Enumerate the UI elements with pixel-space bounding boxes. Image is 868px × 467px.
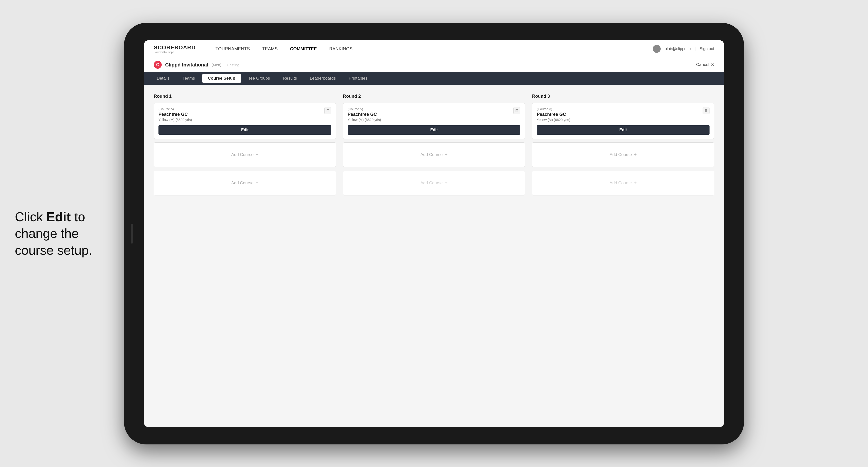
round-1-course-name: Peachtree GC <box>158 112 324 117</box>
round-3-column: Round 3 (Course A) Peachtree GC Yellow (… <box>532 94 714 199</box>
round-3-delete-button[interactable]: 🗑 <box>703 107 710 114</box>
round-3-edit-button[interactable]: Edit <box>537 125 710 135</box>
tournament-name: Clippd Invitational <box>165 62 208 68</box>
round-1-edit-button[interactable]: Edit <box>158 125 331 135</box>
tab-nav: Details Teams Course Setup Tee Groups Re… <box>144 72 724 85</box>
top-nav: SCOREBOARD Powered by clippd TOURNAMENTS… <box>144 40 724 58</box>
top-nav-right: blair@clippd.io | Sign out <box>653 45 714 53</box>
add-course-label-1: Add Course + <box>231 152 258 157</box>
add-course-text-3: Add Course <box>421 152 443 157</box>
add-course-text-4: Add Course <box>421 181 443 186</box>
card-header-row: (Course A) Peachtree GC Yellow (M) (6629… <box>158 107 331 125</box>
user-avatar <box>653 45 661 53</box>
main-content: Round 1 (Course A) Peachtree GC Yellow (… <box>144 85 724 427</box>
tablet-screen: SCOREBOARD Powered by clippd TOURNAMENTS… <box>144 40 724 427</box>
plus-icon-3: + <box>445 152 447 157</box>
round-1-label: Round 1 <box>154 94 336 99</box>
user-email: blair@clippd.io <box>664 46 691 51</box>
round-1-add-course-2[interactable]: Add Course + <box>154 170 336 195</box>
plus-icon-1: + <box>255 152 258 157</box>
add-course-text-6: Add Course <box>610 181 632 186</box>
instruction-prefix: Click <box>15 209 46 224</box>
add-course-label-2: Add Course + <box>231 180 258 186</box>
nav-separator: | <box>695 46 695 51</box>
nav-rankings[interactable]: RANKINGS <box>329 46 353 52</box>
tab-details[interactable]: Details <box>151 74 175 83</box>
round-2-add-course-2: Add Course + <box>343 170 525 195</box>
round-2-delete-button[interactable]: 🗑 <box>514 107 520 114</box>
card-info: (Course A) Peachtree GC Yellow (M) (6629… <box>158 107 324 125</box>
add-course-text-2: Add Course <box>231 181 254 186</box>
trash-icon-2: 🗑 <box>515 108 519 113</box>
round-2-column: Round 2 (Course A) Peachtree GC Yellow (… <box>343 94 525 199</box>
tournament-bar: C Clippd Invitational (Men) Hosting Canc… <box>144 58 724 72</box>
nav-committee[interactable]: COMMITTEE <box>290 46 317 52</box>
cancel-label: Cancel <box>696 62 709 67</box>
round-3-course-details: Yellow (M) (6629 yds) <box>537 118 703 122</box>
tournament-title-area: C Clippd Invitational (Men) Hosting <box>154 61 239 69</box>
tab-course-setup[interactable]: Course Setup <box>203 74 241 83</box>
add-course-label-5: Add Course + <box>610 152 637 157</box>
round-3-label: Round 3 <box>532 94 714 99</box>
round-2-label: Round 2 <box>343 94 525 99</box>
add-course-text-1: Add Course <box>231 152 254 157</box>
tab-results[interactable]: Results <box>277 74 302 83</box>
card-header-row-2: (Course A) Peachtree GC Yellow (M) (6629… <box>348 107 521 125</box>
round-1-add-course-1[interactable]: Add Course + <box>154 142 336 167</box>
plus-icon-2: + <box>255 180 258 186</box>
tab-leaderboards[interactable]: Leaderboards <box>304 74 341 83</box>
tab-printables[interactable]: Printables <box>343 74 373 83</box>
card-header-row-3: (Course A) Peachtree GC Yellow (M) (6629… <box>537 107 710 125</box>
cancel-button[interactable]: Cancel ✕ <box>696 62 714 67</box>
nav-teams[interactable]: TEAMS <box>262 46 278 52</box>
round-2-course-tag: (Course A) <box>348 107 514 111</box>
round-2-edit-button[interactable]: Edit <box>348 125 521 135</box>
card-info-3: (Course A) Peachtree GC Yellow (M) (6629… <box>537 107 703 125</box>
round-2-course-details: Yellow (M) (6629 yds) <box>348 118 514 122</box>
tab-teams[interactable]: Teams <box>177 74 200 83</box>
nav-tournaments[interactable]: TOURNAMENTS <box>216 46 250 52</box>
tournament-gender: (Men) <box>212 63 221 67</box>
add-course-text-5: Add Course <box>610 152 632 157</box>
round-3-add-course-2: Add Course + <box>532 170 714 195</box>
round-3-add-course-1[interactable]: Add Course + <box>532 142 714 167</box>
add-course-label-6: Add Course + <box>610 180 637 186</box>
round-1-column: Round 1 (Course A) Peachtree GC Yellow (… <box>154 94 336 199</box>
rounds-grid: Round 1 (Course A) Peachtree GC Yellow (… <box>154 94 714 199</box>
round-3-course-tag: (Course A) <box>537 107 703 111</box>
scoreboard-logo: SCOREBOARD Powered by clippd <box>154 44 196 54</box>
tablet-shell: SCOREBOARD Powered by clippd TOURNAMENTS… <box>124 23 744 444</box>
tab-tee-groups[interactable]: Tee Groups <box>243 74 276 83</box>
trash-icon: 🗑 <box>326 108 330 113</box>
sign-out-link[interactable]: Sign out <box>700 46 714 51</box>
round-2-add-course-1[interactable]: Add Course + <box>343 142 525 167</box>
round-1-course-details: Yellow (M) (6629 yds) <box>158 118 324 122</box>
logo-main: SCOREBOARD <box>154 44 196 51</box>
clippd-icon: C <box>154 61 162 69</box>
card-info-2: (Course A) Peachtree GC Yellow (M) (6629… <box>348 107 514 125</box>
round-2-course-card: (Course A) Peachtree GC Yellow (M) (6629… <box>343 103 525 139</box>
round-1-delete-button[interactable]: 🗑 <box>324 107 331 114</box>
plus-icon-5: + <box>634 152 637 157</box>
trash-icon-3: 🗑 <box>704 108 708 113</box>
round-3-course-name: Peachtree GC <box>537 112 703 117</box>
round-1-course-tag: (Course A) <box>158 107 324 111</box>
add-course-label-3: Add Course + <box>421 152 447 157</box>
instruction-bold: Edit <box>46 209 71 224</box>
add-course-label-4: Add Course + <box>421 180 447 186</box>
round-2-course-name: Peachtree GC <box>348 112 514 117</box>
logo-sub: Powered by clippd <box>154 51 196 54</box>
cancel-x-icon: ✕ <box>711 62 714 67</box>
hosting-badge: Hosting <box>227 63 240 67</box>
round-1-course-card: (Course A) Peachtree GC Yellow (M) (6629… <box>154 103 336 139</box>
plus-icon-4: + <box>445 180 447 186</box>
nav-links: TOURNAMENTS TEAMS COMMITTEE RANKINGS <box>216 46 638 52</box>
round-3-course-card: (Course A) Peachtree GC Yellow (M) (6629… <box>532 103 714 139</box>
plus-icon-6: + <box>634 180 637 186</box>
